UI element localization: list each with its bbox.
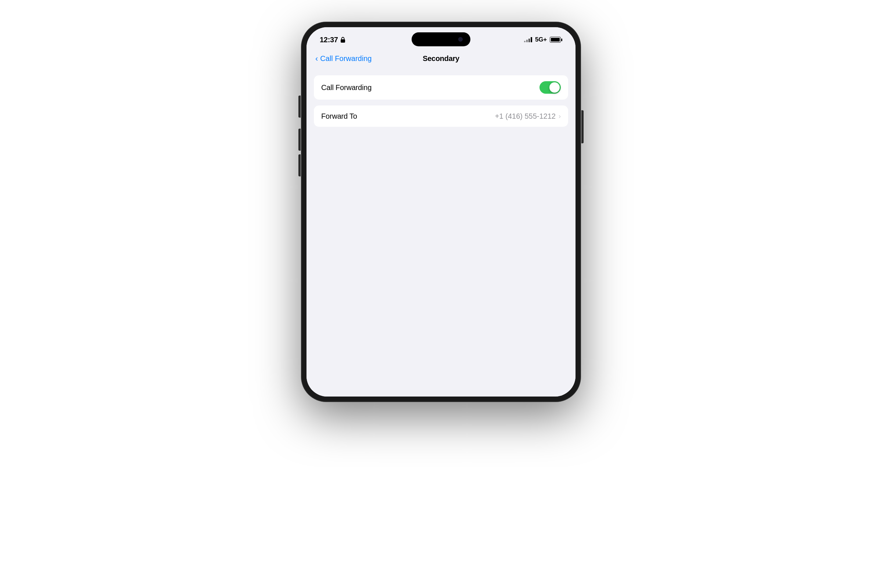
status-time: 12:37 <box>320 36 345 44</box>
battery-icon <box>550 37 562 43</box>
call-forwarding-group: Call Forwarding <box>314 75 568 100</box>
front-camera <box>459 38 462 41</box>
signal-bar-1 <box>524 41 525 42</box>
nav-back-button[interactable]: ‹ Call Forwarding <box>315 54 372 63</box>
forward-to-group: Forward To +1 (416) 555-1212 › <box>314 105 568 127</box>
call-forwarding-toggle[interactable] <box>540 81 561 94</box>
time-display: 12:37 <box>320 36 338 44</box>
content-area: Call Forwarding Forward To +1 (416) 555-… <box>306 69 576 139</box>
status-right: 5G+ <box>524 36 562 44</box>
page-title: Secondary <box>423 54 459 63</box>
signal-bar-4 <box>531 37 532 42</box>
forward-to-label: Forward To <box>321 112 357 120</box>
phone-screen: 12:37 <box>306 27 576 396</box>
call-forwarding-row[interactable]: Call Forwarding <box>314 75 568 100</box>
forward-to-chevron-icon: › <box>559 112 561 120</box>
toggle-knob <box>549 82 560 93</box>
screen-body <box>306 139 576 396</box>
back-chevron-icon: ‹ <box>315 55 318 63</box>
scene: 12:37 <box>0 0 882 588</box>
signal-bar-3 <box>528 39 530 42</box>
call-forwarding-label: Call Forwarding <box>321 83 372 92</box>
svg-rect-0 <box>340 39 345 43</box>
back-label: Call Forwarding <box>320 54 372 63</box>
lock-icon <box>340 37 345 43</box>
battery-body <box>550 37 561 43</box>
forward-to-phone: +1 (416) 555-1212 <box>495 112 556 120</box>
phone-frame: 12:37 <box>302 22 580 402</box>
forward-to-row[interactable]: Forward To +1 (416) 555-1212 › <box>314 105 568 127</box>
signal-bar-2 <box>526 40 528 42</box>
status-bar: 12:37 <box>306 27 576 49</box>
battery-fill <box>551 38 560 42</box>
forward-to-value-container: +1 (416) 555-1212 › <box>495 112 561 120</box>
battery-tip <box>561 39 562 41</box>
dynamic-island <box>412 32 470 46</box>
signal-bars <box>524 37 532 42</box>
network-type: 5G+ <box>535 36 547 44</box>
nav-header: ‹ Call Forwarding Secondary <box>306 49 576 69</box>
